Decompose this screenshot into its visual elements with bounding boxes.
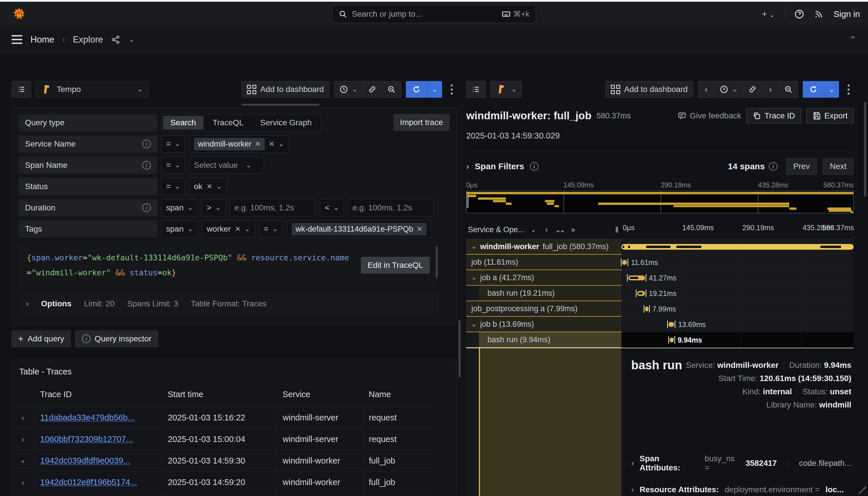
tab-service-graph[interactable]: Service Graph <box>253 116 319 129</box>
collapse-all-icon[interactable]: » <box>571 226 575 234</box>
row-expand-cell[interactable]: › <box>16 450 34 471</box>
time-shift-forward-button[interactable]: › <box>762 81 779 98</box>
duration-lt-operator[interactable]: <⌄ <box>320 199 344 216</box>
query-inspector-button[interactable]: i Query inspector <box>75 330 158 347</box>
remove-chip-icon[interactable]: ✕ <box>417 225 422 233</box>
link-split-button[interactable] <box>363 81 382 98</box>
time-picker-button[interactable]: ⌄ <box>714 81 743 98</box>
options-row[interactable]: › Options Limit: 20 Spans Limit: 3 Table… <box>19 292 439 315</box>
duration-max-input[interactable]: e.g. 100ms, 1.2s <box>348 199 434 216</box>
row-expand-cell[interactable]: › <box>16 493 34 496</box>
chevron-right-icon[interactable]: › <box>21 478 24 487</box>
span-duration-bar[interactable] <box>637 291 645 296</box>
panel-kebab-menu[interactable] <box>447 84 457 95</box>
table-row[interactable]: ›1942dc039dfdf9e0039...2025-01-03 14:59:… <box>16 450 433 471</box>
resize-corner-handle[interactable] <box>859 486 866 494</box>
span-bar-cell[interactable]: 7.99ms <box>621 301 854 317</box>
span-row[interactable]: job (11.61ms)11.61ms <box>466 254 854 270</box>
tab-traceql[interactable]: TraceQL <box>205 116 251 129</box>
span-row[interactable]: ⌄job b (13.69ms)13.69ms <box>466 317 854 332</box>
run-query-button[interactable]: ⌄ <box>406 81 442 98</box>
run-query-interval-chevron[interactable]: ⌄ <box>427 81 442 98</box>
duration-scope-select[interactable]: span⌄ <box>161 199 198 216</box>
span-row[interactable]: ⌄windmill-workerfull_job (580.37ms) <box>466 239 854 254</box>
left-pane-scrollbar[interactable] <box>459 320 461 377</box>
span-name-value-select[interactable]: Select value⌄ <box>189 157 264 174</box>
remove-chip-icon[interactable]: ✕ <box>206 183 212 190</box>
breadcrumb-home[interactable]: Home <box>30 34 54 45</box>
chevron-down-icon[interactable]: ⌄ <box>471 321 477 328</box>
row-expand-cell[interactable]: › <box>16 407 34 429</box>
span-bar-cell[interactable]: 9.94ms <box>621 332 854 348</box>
table-row[interactable]: ›11dabada33e479db56b...2025-01-03 15:16:… <box>16 407 433 429</box>
span-name-cell[interactable]: job (11.61ms) <box>466 254 621 270</box>
span-row[interactable]: ⌄job a (41.27ms)41.27ms <box>466 270 854 286</box>
sign-in-link[interactable]: Sign in <box>834 9 860 19</box>
share-icon[interactable] <box>111 35 121 45</box>
query-history-button[interactable] <box>466 81 486 98</box>
run-query-button[interactable]: ⌄ <box>803 81 839 98</box>
span-duration-bar[interactable] <box>668 322 674 327</box>
column-resize-handle[interactable]: ‖ <box>615 225 621 234</box>
span-row[interactable]: bash run (9.94ms)9.94ms <box>466 332 854 348</box>
mega-menu-icon[interactable] <box>12 33 22 46</box>
span-name-cell[interactable]: job_postprocessing a (7.99ms) <box>466 301 621 317</box>
tab-search[interactable]: Search <box>163 116 203 129</box>
query-history-button[interactable] <box>12 81 31 98</box>
span-duration-bar[interactable] <box>628 275 645 280</box>
col-trace-id[interactable]: Trace ID <box>34 382 162 407</box>
trace-id-button[interactable]: Trace ID <box>746 108 801 124</box>
tags-value-chip[interactable]: wk-default-133114d6a91e-PSPQb✕ <box>292 223 427 235</box>
clear-icon[interactable]: ✕ <box>269 140 275 148</box>
add-query-button[interactable]: + Add query <box>12 330 71 347</box>
span-name-cell[interactable]: bash run (9.94ms) <box>466 332 621 348</box>
span-name-cell[interactable]: ⌄windmill-workerfull_job (580.37ms) <box>466 239 621 254</box>
span-bar-cell[interactable] <box>621 239 854 254</box>
span-name-operator-select[interactable]: =⌄ <box>161 157 185 174</box>
edit-in-traceql-button[interactable]: Edit in TraceQL <box>361 257 430 274</box>
trace-minimap[interactable] <box>466 191 854 213</box>
status-operator-select[interactable]: =⌄ <box>161 178 185 195</box>
collapse-one-icon[interactable]: › <box>545 226 547 234</box>
help-icon[interactable] <box>794 9 804 19</box>
news-rss-icon[interactable] <box>814 9 824 19</box>
col-service[interactable]: Service <box>277 382 363 407</box>
service-name-value-select[interactable]: windmill-worker✕ ✕⌄ <box>189 135 289 153</box>
next-button[interactable]: Next <box>823 158 854 175</box>
remove-chip-icon[interactable]: ✕ <box>235 225 241 233</box>
code-scrollbar[interactable] <box>436 246 438 278</box>
span-name-cell[interactable]: ⌄job b (13.69ms) <box>466 317 621 332</box>
trace-id-link[interactable]: 1942dc039dfdf9e0039... <box>40 456 130 465</box>
duration-min-input[interactable]: e.g. 100ms, 1.2s <box>230 199 316 216</box>
chevron-down-icon[interactable]: ⌄ <box>471 243 477 250</box>
table-row[interactable]: ›1942dc012e8f196b5174...2025-01-03 14:59… <box>16 471 433 493</box>
export-button[interactable]: Export <box>806 108 854 124</box>
search-input[interactable]: Search or jump to... ⌘+k <box>332 5 536 23</box>
col-start-time[interactable]: Start time <box>162 382 277 407</box>
span-name-cell[interactable]: bash run (19.21ms) <box>466 286 621 301</box>
prev-button[interactable]: Prev <box>786 158 817 175</box>
table-row[interactable]: ›1942dbfebca1d9914a31...2025-01-03 14:59… <box>16 493 433 496</box>
right-pane-scrollbar[interactable] <box>864 102 866 197</box>
time-picker-button[interactable]: ⌄ <box>334 81 363 98</box>
row-expand-cell[interactable]: › <box>16 471 34 493</box>
tags-operator-select[interactable]: =⌄ <box>259 220 283 238</box>
tags-key-select[interactable]: worker✕⌄ <box>202 220 255 238</box>
panel-kebab-menu[interactable] <box>843 84 854 95</box>
span-row[interactable]: bash run (19.21ms)19.21ms <box>466 286 854 301</box>
span-duration-bar[interactable] <box>622 260 627 265</box>
resource-attributes-row[interactable]: ›Resource Attributes:deployment.environm… <box>631 485 851 494</box>
span-duration-bar[interactable] <box>645 306 648 311</box>
span-bar-cell[interactable]: 13.69ms <box>621 317 854 332</box>
chevron-down-icon[interactable]: ⌄ <box>471 274 477 281</box>
horizontal-scrollbar[interactable] <box>242 104 319 106</box>
span-row[interactable]: job_postprocessing a (7.99ms)7.99ms <box>466 301 854 317</box>
row-expand-cell[interactable]: › <box>16 429 34 450</box>
duration-gt-operator[interactable]: >⌄ <box>202 199 226 216</box>
add-to-dashboard-button[interactable]: Add to dashboard <box>605 81 693 98</box>
add-to-dashboard-button[interactable]: Add to dashboard <box>242 81 329 98</box>
trace-id-link[interactable]: 1060bbf732309b12707... <box>40 434 133 444</box>
chevron-down-icon[interactable]: ⌄ <box>531 226 536 234</box>
table-row[interactable]: ›1060bbf732309b12707...2025-01-03 15:00:… <box>16 429 433 450</box>
import-trace-button[interactable]: Import trace <box>393 114 450 131</box>
